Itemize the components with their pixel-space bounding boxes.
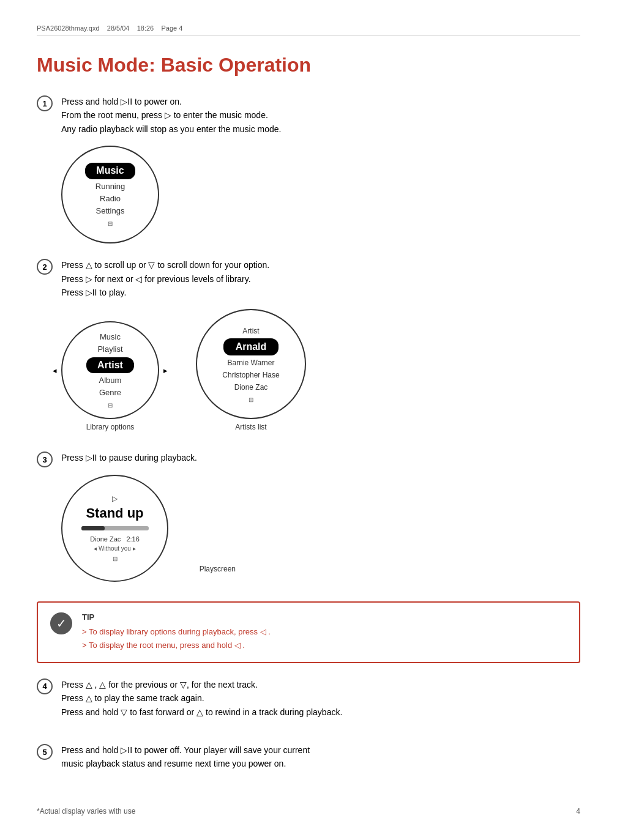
step-1-line1: Press and hold ▷II to power on. xyxy=(61,95,580,108)
tip-content: TIP > To display library options during … xyxy=(82,612,567,652)
step-5-content: Press and hold ▷II to power off. Your pl… xyxy=(61,743,580,781)
doc-date: 28/5/04 xyxy=(107,24,130,32)
doc-time: 18:26 xyxy=(137,24,154,32)
step-1-line3: Any radio playback will stop as you ente… xyxy=(61,122,580,136)
step-2-devices: ◂ Music Playlist Artist Album Genre ⊟ ▸ … xyxy=(61,309,580,431)
step-2-content: Press △ to scroll up or ▽ to scroll down… xyxy=(61,258,580,436)
step-3: 3 Press ▷II to pause during playback. ▷ … xyxy=(37,451,580,586)
library-arrow-right: ▸ xyxy=(163,366,168,375)
step-2: 2 Press △ to scroll up or ▽ to scroll do… xyxy=(37,258,580,436)
artist-battery: ⊟ xyxy=(249,396,253,403)
step-1-number: 1 xyxy=(37,95,53,111)
library-device-wrapper: ◂ Music Playlist Artist Album Genre ⊟ ▸ xyxy=(61,321,159,419)
footer-page-number: 4 xyxy=(576,807,580,816)
footer-note: *Actual display varies with use xyxy=(37,807,135,816)
step-3-line1: Press ▷II to pause during playback. xyxy=(61,453,197,463)
step-2-line1: Press △ to scroll up or ▽ to scroll down… xyxy=(61,258,580,272)
step-4: 4 Press △ , △ for the previous or ▽, for… xyxy=(37,678,580,729)
playscreen-battery: ⊟ xyxy=(113,556,118,562)
tip-box: ✓ TIP > To display library options durin… xyxy=(37,601,580,663)
artist-device-container: Artist Arnald Barnie Warner Christopher … xyxy=(196,309,306,431)
doc-header: PSA26028thmay.qxd 28/5/04 18:26 Page 4 xyxy=(37,24,580,35)
library-menu-music: Music xyxy=(100,332,121,343)
library-arrow-left: ◂ xyxy=(53,366,57,375)
device-1-battery: ⊟ xyxy=(108,220,113,227)
progress-fill xyxy=(81,526,105,530)
artist-arnald: Arnald xyxy=(223,338,279,355)
artist-label: Artists list xyxy=(196,423,306,431)
tip-title: TIP xyxy=(82,612,567,622)
step-1-text: Press and hold ▷II to power on. From the… xyxy=(61,95,580,136)
step-2-line3: Press ▷II to play. xyxy=(61,286,580,299)
step-1-line2: From the root menu, press ▷ to enter the… xyxy=(61,108,580,122)
library-label: Library options xyxy=(61,423,159,431)
library-menu-playlist: Playlist xyxy=(97,344,122,355)
device-1-menu-running: Running xyxy=(95,181,125,192)
step-4-line3: Press and hold ▽ to fast forward or △ to… xyxy=(61,705,580,719)
device-1-wrapper: Music Running Radio Settings ⊟ xyxy=(61,146,159,243)
library-device: Music Playlist Artist Album Genre ⊟ xyxy=(61,321,159,419)
step-4-content: Press △ , △ for the previous or ▽, for t… xyxy=(61,678,580,729)
artist-device-wrapper: Artist Arnald Barnie Warner Christopher … xyxy=(196,309,306,419)
page-title: Music Mode: Basic Operation xyxy=(37,54,580,76)
tip-line-2: > To display the root menu, press and ho… xyxy=(82,639,567,652)
artist-christopher: Christopher Hase xyxy=(222,370,279,381)
step-5-line1: Press and hold ▷II to power off. Your pl… xyxy=(61,743,580,757)
device-1-menu-radio: Radio xyxy=(100,193,121,204)
step-2-line2: Press ▷ for next or ◁ for previous level… xyxy=(61,272,580,286)
step-4-text: Press △ , △ for the previous or ▽, for t… xyxy=(61,678,580,719)
device-1-menu-settings: Settings xyxy=(96,206,125,217)
artist-header: Artist xyxy=(242,325,259,336)
step-4-line2: Press △ to play the same track again. xyxy=(61,691,580,705)
step-2-text: Press △ to scroll up or ▽ to scroll down… xyxy=(61,258,580,299)
doc-page: Page 4 xyxy=(161,24,182,32)
step-5: 5 Press and hold ▷II to power off. Your … xyxy=(37,743,580,781)
artist-barnie: Barnie Warner xyxy=(228,357,275,368)
tip-check-icon: ✓ xyxy=(50,612,72,634)
track-info: Dione Zac 2:16 xyxy=(90,535,140,543)
device-1-menu-music: Music xyxy=(85,163,135,179)
tip-line-1: > To display library options during play… xyxy=(82,625,567,639)
step-1-content: Press and hold ▷II to power on. From the… xyxy=(61,95,580,243)
library-menu-artist: Artist xyxy=(86,357,134,373)
artist-device: Artist Arnald Barnie Warner Christopher … xyxy=(196,309,306,419)
playscreen-wrapper: ▷ Stand up Dione Zac 2:16 ◂ Without you … xyxy=(61,475,168,582)
filename: PSA26028thmay.qxd xyxy=(37,24,100,32)
step-5-line2: music playback status and resume next ti… xyxy=(61,757,580,770)
library-menu-album: Album xyxy=(99,375,122,386)
progress-bar xyxy=(81,526,149,530)
device-1: Music Running Radio Settings ⊟ xyxy=(61,146,159,243)
step-1: 1 Press and hold ▷II to power on. From t… xyxy=(37,95,580,243)
page-footer: *Actual display varies with use 4 xyxy=(37,807,580,816)
step-5-text: Press and hold ▷II to power off. Your pl… xyxy=(61,743,580,771)
play-icon: ▷ xyxy=(112,494,118,503)
library-menu-genre: Genre xyxy=(99,387,121,398)
step-3-number: 3 xyxy=(37,452,53,467)
step-4-number: 4 xyxy=(37,678,53,694)
track-title: Stand up xyxy=(86,505,143,521)
track-sub: ◂ Without you ▸ xyxy=(94,545,135,552)
step-3-text: Press ▷II to pause during playback. xyxy=(61,451,580,464)
library-battery: ⊟ xyxy=(108,402,113,409)
step-3-content: Press ▷II to pause during playback. ▷ St… xyxy=(61,451,580,586)
artist-dione: Dione Zac xyxy=(234,382,268,393)
step-4-line1: Press △ , △ for the previous or ▽, for t… xyxy=(61,678,580,691)
step-2-number: 2 xyxy=(37,259,53,275)
library-device-container: ◂ Music Playlist Artist Album Genre ⊟ ▸ … xyxy=(61,321,159,431)
playscreen-label: Playscreen xyxy=(200,565,236,573)
playscreen-device: ▷ Stand up Dione Zac 2:16 ◂ Without you … xyxy=(61,475,168,582)
step-5-number: 5 xyxy=(37,744,53,760)
